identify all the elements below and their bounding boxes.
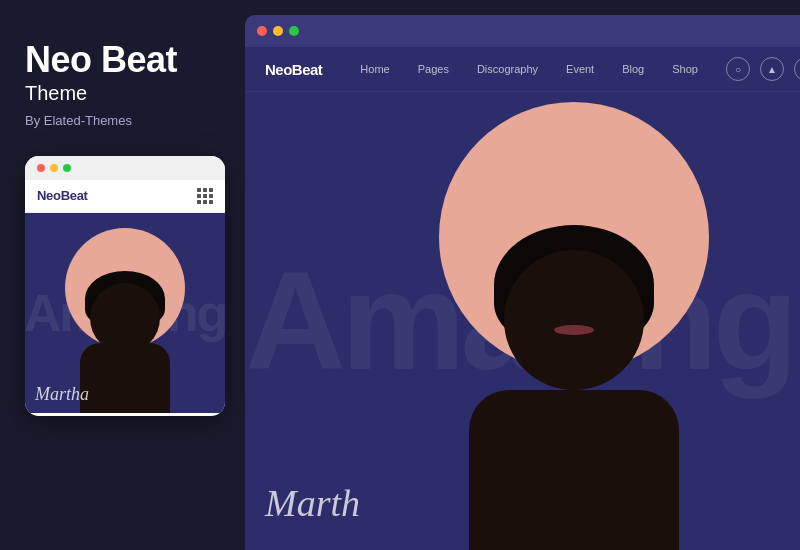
- hero-body: [469, 390, 679, 550]
- mobile-signature: Martha: [35, 384, 89, 405]
- browser-logo: NeoBeat: [265, 61, 322, 78]
- hero-signature: Marth: [265, 481, 360, 525]
- browser-titlebar: [245, 15, 800, 47]
- hero-person: [424, 170, 724, 550]
- nav-item-discography[interactable]: Discography: [477, 63, 538, 75]
- browser-content: NeoBeat Home Pages Discography Event Blo…: [245, 47, 800, 550]
- grid-dot: [203, 188, 207, 192]
- youtube-icon[interactable]: ▶: [794, 57, 800, 81]
- soundcloud-icon[interactable]: ▲: [760, 57, 784, 81]
- mobile-card-nav: NeoBeat: [25, 180, 225, 213]
- person-body: [80, 343, 170, 413]
- theme-author: By Elated-Themes: [25, 113, 220, 128]
- mobile-grid-icon: [197, 188, 213, 204]
- browser-dot-green: [289, 26, 299, 36]
- grid-dot: [197, 200, 201, 204]
- nav-item-home[interactable]: Home: [360, 63, 389, 75]
- hero-face-detail: [554, 325, 594, 335]
- grid-dot: [209, 200, 213, 204]
- mobile-dot-red: [37, 164, 45, 172]
- mobile-card-header: [25, 156, 225, 180]
- grid-dot: [203, 200, 207, 204]
- theme-title: Neo Beat: [25, 40, 220, 80]
- left-panel: Neo Beat Theme By Elated-Themes NeoBeat: [0, 0, 245, 550]
- browser-nav-icons: ○ ▲ ▶ Cart(0): [726, 57, 800, 81]
- grid-dot: [209, 188, 213, 192]
- browser-dot-red: [257, 26, 267, 36]
- theme-subtitle: Theme: [25, 82, 220, 105]
- mobile-logo: NeoBeat: [37, 188, 88, 203]
- mobile-dot-yellow: [50, 164, 58, 172]
- mobile-card-body: Amazing Martha: [25, 213, 225, 413]
- browser-dot-yellow: [273, 26, 283, 36]
- grid-dot: [209, 194, 213, 198]
- nav-item-pages[interactable]: Pages: [418, 63, 449, 75]
- mobile-preview-card: NeoBeat Amazing Martha: [25, 156, 225, 416]
- hero-head: [504, 250, 644, 390]
- browser-hero: Amazing Marth ● ■: [245, 92, 800, 550]
- browser-navbar: NeoBeat Home Pages Discography Event Blo…: [245, 47, 800, 92]
- mobile-dot-green: [63, 164, 71, 172]
- nav-item-shop[interactable]: Shop: [672, 63, 698, 75]
- nav-item-blog[interactable]: Blog: [622, 63, 644, 75]
- nav-item-event[interactable]: Event: [566, 63, 594, 75]
- right-panel: NeoBeat Home Pages Discography Event Blo…: [245, 0, 800, 550]
- browser-window: NeoBeat Home Pages Discography Event Blo…: [245, 15, 800, 550]
- search-icon[interactable]: ○: [726, 57, 750, 81]
- grid-dot: [197, 188, 201, 192]
- grid-dot: [197, 194, 201, 198]
- grid-dot: [203, 194, 207, 198]
